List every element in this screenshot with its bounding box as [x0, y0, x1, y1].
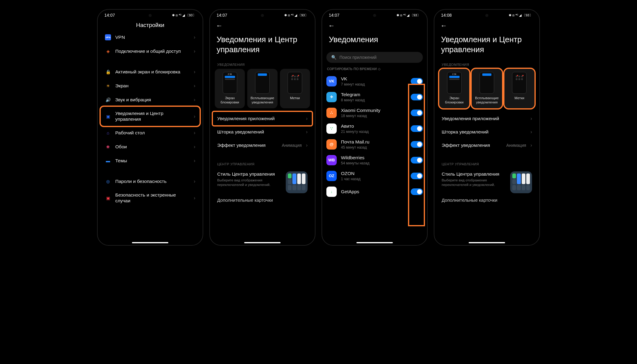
card-1[interactable]: Всплывающие уведомления: [247, 69, 277, 108]
cc-style-row[interactable]: Стиль Центра управления Выберите вид ото…: [213, 168, 312, 193]
app-row[interactable]: OZ OZON 1 час назад: [322, 168, 427, 184]
status-icons: ✱ ⧈ ⁴ᴳ ◢ 〔93〕: [509, 13, 533, 18]
search-input[interactable]: 🔍 Поиск приложений: [326, 52, 423, 63]
notification-toggle[interactable]: [411, 173, 423, 179]
chevron-right-icon: ›: [194, 49, 195, 54]
status-icons: ✱ ⧈ ⁴ᴳ ◢ 〔93〕: [172, 13, 196, 18]
row-item[interactable]: Шторка уведомлений ›: [213, 125, 312, 139]
notification-toggle[interactable]: [411, 78, 423, 85]
settings-item-sec[interactable]: ◎ Пароли и безопасность ›: [101, 174, 200, 188]
notification-toggle[interactable]: [411, 94, 423, 100]
notification-toggle[interactable]: [411, 188, 423, 195]
chevron-right-icon: ›: [306, 116, 308, 121]
card-1[interactable]: Всплывающие уведомления: [472, 69, 502, 108]
chevron-right-icon: ›: [194, 114, 195, 119]
notif-icon: ▣: [105, 113, 111, 120]
cards-row: 2:36Экран блокировкиВсплывающие уведомле…: [213, 69, 312, 108]
settings-item-label: Активный экран и блокировка: [115, 69, 190, 75]
page-title: Настройки: [104, 22, 197, 29]
settings-item-label: Пароли и безопасность: [115, 179, 190, 184]
app-row[interactable]: ∵ Авито 21 минуту назад: [322, 121, 427, 136]
cc-style-row[interactable]: Стиль Центра управления Выберите вид ото…: [437, 168, 536, 193]
app-info: OZON 1 час назад: [341, 171, 406, 181]
app-row[interactable]: VK VK 7 минут назад: [322, 73, 427, 89]
chevron-right-icon: ›: [531, 116, 532, 121]
app-icon: @: [326, 139, 337, 150]
row-additional-cards[interactable]: Дополнительные карточки: [213, 193, 312, 203]
card-label: Всплывающие уведомления: [474, 96, 500, 105]
settings-item-label: VPN: [115, 35, 190, 40]
back-button[interactable]: ←: [440, 22, 447, 30]
home-indicator: [356, 242, 393, 243]
search-placeholder: Поиск приложений: [339, 55, 376, 60]
app-icon: VK: [326, 76, 337, 86]
section-label-cc: ЦЕНТР УПРАВЛЕНИЯ: [213, 159, 312, 168]
screen-settings: 14:07 ✱ ⧈ ⁴ᴳ ◢ 〔93〕 Настройки VPN VPN ›◈…: [97, 9, 203, 246]
chevron-right-icon: ›: [194, 35, 195, 40]
cc-thumbnail: [510, 171, 532, 193]
row-item[interactable]: Эффект уведомления Анимация ›: [213, 139, 312, 152]
notification-toggle[interactable]: [411, 125, 423, 132]
sort-row[interactable]: СОРТИРОВАТЬ ПО ВРЕМЕНИ ◇: [322, 66, 427, 73]
card-0[interactable]: 2:36Экран блокировки: [439, 69, 469, 108]
card-label: Экран блокировки: [217, 96, 243, 105]
camera-notch: [149, 14, 152, 17]
card-2[interactable]: Метки: [504, 69, 534, 108]
app-name: VK: [341, 76, 406, 82]
notification-toggle[interactable]: [411, 110, 423, 116]
app-row[interactable]: WB Wildberries 54 минуты назад: [322, 152, 427, 168]
row-label: Уведомления приложений: [442, 116, 526, 121]
settings-item-home[interactable]: ⌂ Рабочий стол ›: [101, 126, 200, 140]
settings-item-notif[interactable]: ▣ Уведомления и Центр управления ›: [101, 107, 200, 126]
settings-item-lock[interactable]: 🔒 Активный экран и блокировка ›: [101, 65, 200, 79]
page-title: Уведомления: [322, 32, 427, 49]
card-2[interactable]: Метки: [280, 69, 310, 108]
screen-notif-center: 14:07 ✱ ⧈ ⁴ᴳ ◢ 〔93〕 ← Уведомления и Цент…: [209, 9, 315, 246]
theme-icon: ▬: [105, 158, 111, 164]
settings-item-label: Подключение и общий доступ: [115, 49, 190, 54]
settings-item-sound[interactable]: 🔊 Звук и вибрация ›: [101, 93, 200, 107]
settings-item-sos[interactable]: ▣ Безопасность и экстренные случаи ›: [101, 188, 200, 207]
settings-item-wall[interactable]: ❀ Обои ›: [101, 140, 200, 154]
cc-title: Стиль Центра управления: [442, 171, 507, 177]
settings-item-share[interactable]: ◈ Подключение и общий доступ ›: [101, 44, 200, 58]
row-additional-cards[interactable]: Дополнительные карточки: [437, 193, 536, 203]
row-item[interactable]: Эффект уведомления Анимация ›: [437, 139, 536, 152]
settings-list: VPN VPN ›◈ Подключение и общий доступ ›🔒…: [98, 30, 203, 245]
settings-item-label: Уведомления и Центр управления: [115, 111, 190, 122]
app-subtitle: 7 минут назад: [341, 82, 406, 86]
section-label-cc: ЦЕНТР УПРАВЛЕНИЯ: [437, 159, 536, 168]
app-name: OZON: [341, 171, 406, 176]
app-icon: WB: [326, 155, 337, 165]
back-button[interactable]: ←: [216, 22, 223, 30]
row-item[interactable]: Уведомления приложений ›: [437, 112, 536, 125]
settings-item-sun[interactable]: ☀ Экран ›: [101, 79, 200, 93]
app-row[interactable]: ✈ Telegram 8 минут назад: [322, 89, 427, 105]
status-time: 14:07: [217, 13, 227, 18]
settings-item-label: Звук и вибрация: [115, 97, 190, 103]
card-0[interactable]: 2:36Экран блокировки: [215, 69, 245, 108]
app-info: VK 7 минут назад: [341, 76, 406, 86]
settings-item-vpn[interactable]: VPN VPN ›: [101, 30, 200, 44]
row-item[interactable]: Уведомления приложений ›: [213, 112, 312, 125]
settings-item-theme[interactable]: ▬ Темы ›: [101, 154, 200, 168]
app-subtitle: 1 час назад: [341, 177, 406, 181]
search-icon: 🔍: [331, 55, 336, 60]
back-button[interactable]: ←: [328, 22, 335, 30]
card-label: Экран блокировки: [441, 96, 467, 105]
app-row[interactable]: ↓ GetApps: [322, 184, 427, 200]
app-row[interactable]: ∴ Xiaomi Community 18 минут назад: [322, 105, 427, 121]
page-title: Уведомления и Центр управления: [210, 32, 315, 59]
chevron-right-icon: ›: [194, 130, 195, 136]
row-item[interactable]: Шторка уведомлений ›: [437, 125, 536, 139]
notification-toggle[interactable]: [411, 141, 423, 148]
content: УВЕДОМЛЕНИЯ 2:36Экран блокировкиВсплываю…: [210, 59, 315, 245]
home-icon: ⌂: [105, 130, 111, 136]
notification-toggle[interactable]: [411, 157, 423, 163]
app-icon: OZ: [326, 171, 337, 181]
app-row[interactable]: @ Почта Mail.ru 45 минут назад: [322, 136, 427, 152]
sec-icon: ◎: [105, 178, 111, 184]
app-info: Wildberries 54 минуты назад: [341, 155, 406, 165]
app-info: Xiaomi Community 18 минут назад: [341, 108, 406, 118]
app-name: Почта Mail.ru: [341, 139, 406, 145]
